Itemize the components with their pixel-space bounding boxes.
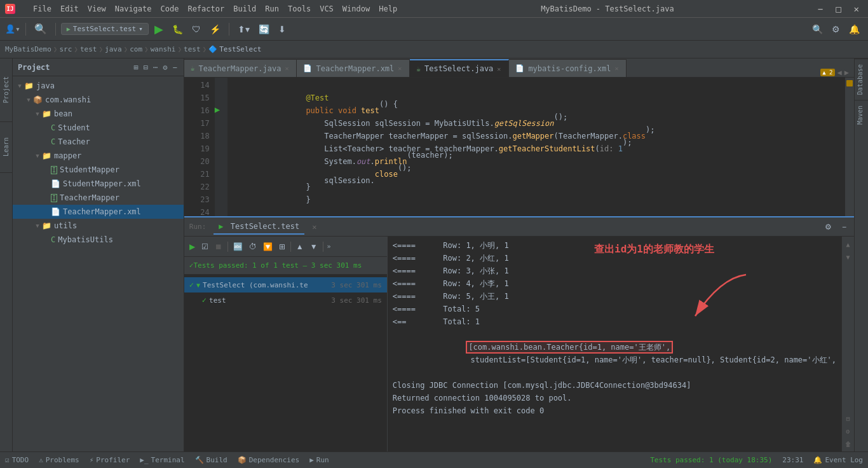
update-button[interactable]: 🔄 bbox=[255, 22, 273, 36]
tab-testselect-java[interactable]: ☕ TestSelect.java ✕ bbox=[410, 59, 509, 77]
tab-close-4[interactable]: ✕ bbox=[614, 65, 618, 72]
menu-vcs[interactable]: VCS bbox=[316, 3, 337, 15]
breadcrumb-project[interactable]: MyBatisDemo bbox=[5, 45, 51, 53]
tab-close-1[interactable]: ✕ bbox=[285, 65, 288, 72]
profiler-status-item[interactable]: ⚡ Profiler bbox=[90, 456, 130, 464]
event-log-item[interactable]: 🔔 Event Log bbox=[813, 456, 863, 464]
tree-teachermapper[interactable]: ▶ I TeacherMapper bbox=[13, 191, 184, 205]
project-sync-button[interactable]: ⊞ bbox=[133, 62, 140, 73]
tree-mapper[interactable]: ▼ 📁 mapper bbox=[13, 149, 184, 163]
build-status-item[interactable]: 🔨 Build bbox=[195, 456, 227, 464]
run-button[interactable]: ▶ bbox=[151, 20, 166, 38]
tab-mybatis-config-xml[interactable]: 📄 mybatis-config.xml ✕ bbox=[509, 59, 627, 77]
filter-button[interactable]: 🔽 bbox=[261, 240, 275, 253]
project-settings-button[interactable]: ⚙ bbox=[161, 62, 168, 73]
menu-code[interactable]: Code bbox=[157, 3, 183, 15]
menu-tools[interactable]: Tools bbox=[284, 3, 315, 15]
debug-button[interactable]: 🐛 bbox=[169, 22, 186, 36]
tree-bean[interactable]: ▼ 📁 bean bbox=[13, 107, 184, 121]
run-status-item[interactable]: ▶ Run bbox=[309, 456, 329, 464]
sort-alpha-button[interactable]: 🔤 bbox=[231, 240, 245, 253]
user-icon[interactable]: 👤▾ bbox=[5, 24, 20, 34]
tab-close-3[interactable]: ✕ bbox=[497, 65, 501, 72]
console-settings-btn[interactable]: ⚙ bbox=[843, 426, 853, 436]
menu-refactor[interactable]: Refactor bbox=[184, 3, 228, 15]
breadcrumb-java[interactable]: java bbox=[105, 45, 122, 53]
database-tab[interactable]: Database bbox=[855, 59, 868, 100]
run-config-selector[interactable]: ▶ TestSelect.test ▾ bbox=[61, 23, 149, 35]
close-button[interactable]: ✕ bbox=[850, 3, 863, 15]
menu-build[interactable]: Build bbox=[229, 3, 260, 15]
sort-duration-button[interactable]: ⏱ bbox=[247, 240, 259, 253]
tree-studentmapper[interactable]: ▶ I StudentMapper bbox=[13, 163, 184, 177]
project-dots-button[interactable]: ⋯ bbox=[152, 62, 159, 73]
project-tab-vertical[interactable]: Project bbox=[1, 72, 11, 107]
vcs-button[interactable]: ⬆▾ bbox=[234, 22, 253, 36]
menu-window[interactable]: Window bbox=[339, 3, 374, 15]
scroll-down-button[interactable]: ▼ bbox=[308, 240, 320, 253]
expand-all-button[interactable]: ⊞ bbox=[276, 240, 288, 253]
breadcrumb-com[interactable]: com bbox=[130, 45, 142, 53]
breadcrumb-test[interactable]: test bbox=[80, 45, 97, 53]
console-scroll-down[interactable]: ▼ bbox=[843, 252, 853, 262]
more-options[interactable]: » bbox=[327, 243, 331, 250]
menu-view[interactable]: View bbox=[84, 3, 110, 15]
tab-teachermapper-java[interactable]: ☕ TeacherMapper.java ✕ bbox=[184, 59, 297, 77]
console-filter-btn[interactable]: ⊟ bbox=[843, 413, 853, 423]
nav-back-button[interactable]: ◀ bbox=[837, 68, 842, 77]
git-button[interactable]: ⬇ bbox=[275, 22, 289, 36]
notifications-button[interactable]: 🔔 bbox=[846, 22, 863, 36]
console-scroll-up[interactable]: ▲ bbox=[843, 239, 853, 249]
tree-java[interactable]: ▼ 📁 java bbox=[13, 79, 184, 93]
tree-studentmapper-xml[interactable]: ▶ 📄 StudentMapper.xml bbox=[13, 177, 184, 191]
menu-file[interactable]: File bbox=[29, 3, 55, 15]
bottom-tab-run[interactable]: ▶ TestSelect.test bbox=[214, 219, 304, 235]
minimize-button[interactable]: − bbox=[814, 3, 827, 15]
tab-teachermapper-xml[interactable]: 📄 TeacherMapper.xml ✕ bbox=[297, 59, 410, 77]
tab-close-2[interactable]: ✕ bbox=[398, 65, 402, 72]
tree-com-wanshi[interactable]: ▼ 📦 com.wanshi bbox=[13, 93, 184, 107]
tree-mybatisutils[interactable]: ▶ C MybatisUtils bbox=[13, 233, 184, 247]
breadcrumb-src[interactable]: src bbox=[59, 45, 72, 53]
settings-button[interactable]: ⚙ bbox=[829, 22, 843, 36]
dependencies-status-item[interactable]: 📦 Dependencies bbox=[238, 456, 299, 464]
stop-button[interactable]: ⏹ bbox=[212, 240, 225, 253]
run-tree-test[interactable]: ✓ test 3 sec 301 ms bbox=[184, 292, 387, 308]
tree-teacher[interactable]: ▶ C Teacher bbox=[13, 135, 184, 149]
search-everywhere-button[interactable]: 🔍 bbox=[31, 21, 50, 37]
code-content[interactable]: @Test public void test() { SqlSession sq… bbox=[227, 78, 845, 216]
todo-status-item[interactable]: ☑ TODO bbox=[5, 456, 29, 464]
scroll-up-button[interactable]: ▲ bbox=[294, 240, 306, 253]
editor-scrollbar[interactable] bbox=[845, 78, 854, 216]
run-settings-button[interactable]: ⚙ bbox=[822, 221, 834, 233]
run-again-button[interactable]: ▶ bbox=[187, 240, 198, 253]
nav-forward-button[interactable]: ▶ bbox=[844, 68, 849, 77]
tree-teachermapper-xml[interactable]: ▶ 📄 TeacherMapper.xml bbox=[13, 205, 184, 219]
console-trash-btn[interactable]: 🗑 bbox=[843, 439, 853, 449]
run-tree-testselect[interactable]: ✓ ▼ TestSelect (com.wanshi.te 3 sec 301 … bbox=[184, 277, 387, 292]
project-collapse-button[interactable]: ⊟ bbox=[142, 62, 149, 73]
maven-tab[interactable]: Maven bbox=[855, 100, 868, 130]
menu-edit[interactable]: Edit bbox=[57, 3, 83, 15]
tree-arrow-java: ▼ bbox=[15, 83, 24, 89]
learn-tab-vertical[interactable]: Learn bbox=[1, 134, 11, 160]
maximize-button[interactable]: □ bbox=[832, 3, 844, 15]
run-tab-close[interactable]: ✕ bbox=[312, 223, 316, 231]
search-button[interactable]: 🔍 bbox=[809, 22, 826, 36]
gutter-run-marker[interactable]: ▶ bbox=[215, 103, 227, 116]
profile-button[interactable]: ⚡ bbox=[207, 22, 224, 36]
console-output[interactable]: <==== Row: 1, 小明, 1 <==== Row: 2, 小红, 1 … bbox=[388, 237, 841, 451]
breadcrumb-test2[interactable]: test bbox=[184, 45, 201, 53]
coverage-button[interactable]: 🛡 bbox=[189, 22, 204, 36]
menu-run[interactable]: Run bbox=[261, 3, 283, 15]
terminal-status-item[interactable]: ▶_ Terminal bbox=[140, 456, 184, 464]
tree-student[interactable]: ▶ C Student bbox=[13, 121, 184, 135]
tree-utils[interactable]: ▼ 📁 utils bbox=[13, 219, 184, 233]
menu-navigate[interactable]: Navigate bbox=[111, 3, 156, 15]
project-minimize-button[interactable]: − bbox=[172, 62, 179, 73]
run-minimize-button[interactable]: − bbox=[839, 221, 849, 233]
menu-help[interactable]: Help bbox=[375, 3, 401, 15]
problems-status-item[interactable]: ⚠ Problems bbox=[39, 456, 79, 464]
breadcrumb-wanshi[interactable]: wanshi bbox=[151, 45, 176, 53]
run-check-button[interactable]: ☑ bbox=[199, 240, 211, 253]
